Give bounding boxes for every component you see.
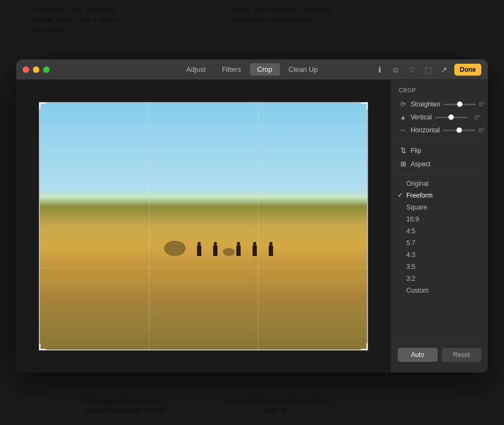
figure-3 (236, 245, 241, 256)
tab-adjust[interactable]: Adjust (179, 63, 213, 76)
straighten-thumb (457, 102, 462, 107)
aspect-item-4-5[interactable]: 4:5 (391, 225, 488, 237)
app-window: Adjust Filters Crop Clean Up ℹ ☺ ♡ ⬚ ↗ D… (16, 59, 488, 373)
vertical-value: 0° (471, 114, 480, 120)
hay-bale-small (223, 248, 235, 256)
annotation-top-right: Kliknij, aby wyświetlić narzędzia kadrow… (232, 5, 340, 25)
panel-section-title: CROP (391, 85, 488, 98)
share-icon[interactable]: ⬚ (422, 65, 434, 74)
flip-icon: ⇅ (399, 146, 407, 154)
aspect-item-16-9[interactable]: 16:9 (391, 213, 488, 225)
crop-handle-bl[interactable] (39, 343, 46, 350)
horizontal-row[interactable]: ↔ Horizontal 0° (391, 124, 488, 137)
done-button[interactable]: Done (454, 64, 481, 76)
crop-handle-tl[interactable] (39, 103, 46, 109)
panel-buttons: Auto Reset (391, 342, 488, 367)
tab-crop[interactable]: Crop (250, 63, 280, 76)
horizontal-icon: ↔ (399, 126, 407, 134)
reset-button[interactable]: Reset (442, 348, 482, 362)
toolbar-right: ℹ ☺ ♡ ⬚ ↗ Done (373, 64, 481, 76)
aspect-item-4-3[interactable]: 4:3 (391, 249, 488, 261)
straighten-label: Straighten (411, 100, 440, 108)
figure-4 (253, 245, 257, 256)
annotation-bottom-right: Automatycznie kadruj lub prostuj zdjęcie (216, 396, 335, 415)
flip-row[interactable]: ⇅ Flip (391, 144, 488, 157)
straighten-icon: ⟳ (399, 100, 407, 108)
crop-handle-tr[interactable] (361, 103, 367, 109)
vertical-label: Vertical (411, 113, 432, 121)
divider-2 (391, 174, 488, 174)
horizontal-value: 0° (479, 127, 485, 133)
horizontal-thumb (457, 127, 462, 133)
emoji-icon[interactable]: ☺ (390, 65, 401, 74)
photo-background (40, 103, 367, 349)
tab-filters[interactable]: Filters (214, 63, 248, 76)
minimize-button[interactable] (33, 66, 39, 73)
vertical-slider[interactable] (435, 117, 467, 118)
export-icon[interactable]: ↗ (438, 65, 450, 74)
aspect-item-3-2[interactable]: 3:2 (391, 273, 488, 285)
aspect-icon: ⊞ (399, 160, 407, 168)
annotation-bottom-left: Przeciągnij, aby zmienić wyświetlaną czę… (70, 396, 178, 415)
hay-bale-large (164, 241, 186, 256)
close-button[interactable] (23, 66, 29, 73)
aspect-item-original[interactable]: Original (391, 178, 488, 190)
figure-2 (213, 245, 217, 256)
figure-1 (197, 245, 201, 256)
titlebar: Adjust Filters Crop Clean Up ℹ ☺ ♡ ⬚ ↗ D… (16, 59, 488, 80)
annotation-top-left: Przeciągnij, aby wyznaczyć obszar zdjęci… (32, 5, 140, 35)
aspect-item-3-5[interactable]: 3:5 (391, 261, 488, 273)
figure-5 (269, 245, 273, 256)
aspect-item-square[interactable]: Square (391, 201, 488, 213)
straighten-slider[interactable] (444, 104, 476, 105)
flip-label: Flip (411, 147, 480, 154)
info-icon[interactable]: ℹ (373, 65, 385, 74)
auto-button[interactable]: Auto (398, 348, 438, 362)
heart-icon[interactable]: ♡ (406, 65, 418, 74)
crop-handle-br[interactable] (361, 343, 367, 350)
maximize-button[interactable] (43, 66, 50, 73)
aspect-item-5-7[interactable]: 5:7 (391, 237, 488, 249)
content-area: CROP ⟳ Straighten 0° ▲ Vertical 0° (16, 80, 488, 373)
straighten-value: 0° (479, 101, 485, 107)
vertical-icon: ▲ (399, 113, 407, 121)
horizontal-slider[interactable] (443, 130, 475, 131)
aspect-list: OriginalFreeformSquare16:94:55:74:33:53:… (391, 178, 488, 296)
traffic-lights (23, 66, 50, 73)
aspect-row[interactable]: ⊞ Aspect (391, 157, 488, 171)
vertical-row[interactable]: ▲ Vertical 0° (391, 111, 488, 124)
aspect-label: Aspect (411, 160, 480, 168)
vertical-thumb (448, 114, 454, 120)
aspect-item-freeform[interactable]: Freeform (391, 190, 488, 201)
aspect-item-custom[interactable]: Custom (391, 285, 488, 296)
right-panel: CROP ⟳ Straighten 0° ▲ Vertical 0° (391, 80, 488, 373)
image-area (16, 80, 391, 373)
straighten-row[interactable]: ⟳ Straighten 0° (391, 98, 488, 111)
nav-tabs: Adjust Filters Crop Clean Up (179, 63, 325, 76)
horizontal-label: Horizontal (411, 126, 440, 134)
divider-1 (391, 140, 488, 140)
photo-container[interactable] (39, 102, 368, 350)
tab-cleanup[interactable]: Clean Up (281, 63, 325, 76)
